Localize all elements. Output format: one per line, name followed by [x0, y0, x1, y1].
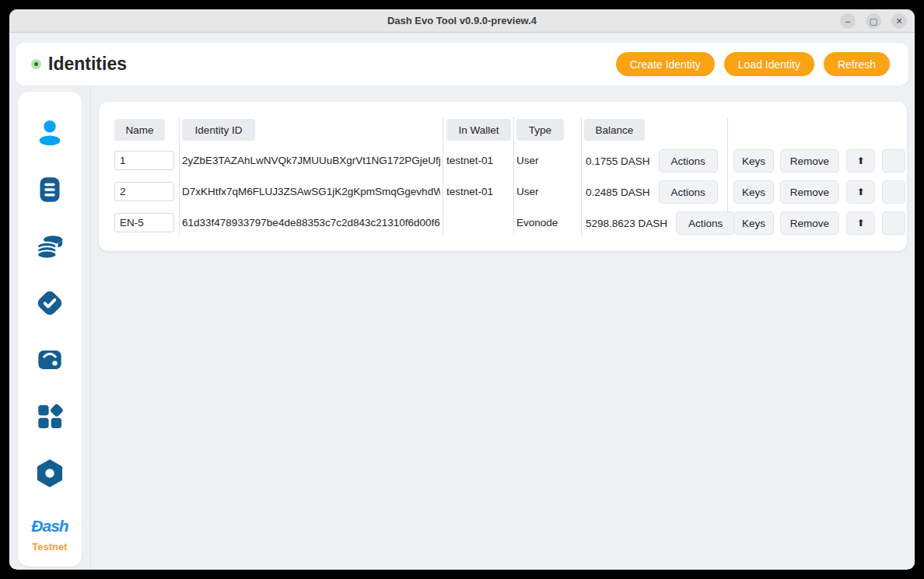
- actions-button[interactable]: Actions: [676, 211, 735, 235]
- balance-cell: 0.2485 DASH: [586, 187, 650, 198]
- load-identity-button[interactable]: Load Identity: [724, 52, 814, 76]
- sidebar-item-identities[interactable]: [33, 116, 67, 150]
- table-row: D7xKHtfx7qM6FLUJ3ZSAwSG1jK2gKpmSmqGgevhd…: [99, 180, 907, 204]
- status-dot-icon: [31, 59, 41, 69]
- balance-cell: 0.1755 DASH: [586, 155, 650, 167]
- create-identity-button[interactable]: Create Identity: [616, 52, 715, 76]
- maximize-button[interactable]: ▢: [866, 13, 881, 29]
- header-in-wallet[interactable]: In Wallet: [446, 119, 511, 141]
- in-wallet-cell: [446, 211, 512, 235]
- sidebar-rail: Ðash Testnet: [9, 85, 91, 569]
- remove-button[interactable]: Remove: [780, 211, 839, 235]
- row-action-partial-button[interactable]: [882, 211, 905, 235]
- main-area: Name Identity ID In Wallet Type Balance …: [91, 85, 915, 569]
- identity-id-cell: 2yZbE3TAZAhLwNVQk7JMUUuBXgrVt1NG172PGjeU…: [182, 149, 440, 173]
- in-wallet-cell: testnet-01: [446, 180, 512, 204]
- type-cell: Evonode: [516, 211, 579, 235]
- coins-icon: [33, 231, 66, 262]
- check-badge-icon: [33, 287, 66, 319]
- header-balance[interactable]: Balance: [584, 119, 645, 141]
- balance-cell: 5298.8623 DASH: [586, 218, 667, 229]
- balance-group: 5298.8623 DASH Actions: [586, 211, 727, 235]
- keys-button[interactable]: Keys: [733, 149, 774, 173]
- keys-button[interactable]: Keys: [733, 180, 774, 204]
- sidebar-item-wallet[interactable]: [33, 343, 67, 377]
- in-wallet-cell: testnet-01: [446, 149, 512, 173]
- header-wrap: Identities Create Identity Load Identity…: [9, 33, 915, 85]
- identity-id-cell: D7xKHtfx7qM6FLUJ3ZSAwSG1jK2gKpmSmqGgevhd…: [182, 180, 440, 204]
- remove-button[interactable]: Remove: [780, 180, 839, 204]
- minimize-button[interactable]: –: [840, 13, 856, 29]
- type-cell: User: [516, 149, 579, 173]
- move-up-button[interactable]: ⬆: [846, 211, 875, 235]
- hexagon-nut-icon: [33, 457, 66, 490]
- name-input[interactable]: [114, 182, 174, 201]
- header-buttons: Create Identity Load Identity Refresh: [616, 52, 890, 76]
- header-identity-id[interactable]: Identity ID: [182, 119, 255, 141]
- dash-logo: Ðash: [31, 517, 68, 535]
- apps-grid-icon: [33, 400, 66, 433]
- name-input[interactable]: [114, 151, 174, 170]
- network-label: Testnet: [32, 541, 67, 553]
- title-bar: Dash Evo Tool v0.9.0-preview.4 – ▢ ✕: [9, 9, 915, 33]
- sidebar-item-apps[interactable]: [33, 399, 67, 434]
- header-name[interactable]: Name: [114, 119, 165, 141]
- wallet-icon: [33, 344, 66, 375]
- balance-group: 0.2485 DASH Actions: [586, 180, 727, 204]
- actions-button[interactable]: Actions: [659, 180, 718, 204]
- app-window: Dash Evo Tool v0.9.0-preview.4 – ▢ ✕ Ide…: [9, 9, 915, 570]
- keys-button[interactable]: Keys: [733, 211, 774, 235]
- type-cell: User: [516, 180, 579, 204]
- document-icon: [34, 174, 65, 205]
- content-area: Ðash Testnet Name Identity ID In Wallet …: [9, 85, 915, 569]
- move-up-button[interactable]: ⬆: [846, 180, 875, 204]
- name-input[interactable]: [114, 213, 174, 232]
- page-title: Identities: [48, 54, 127, 75]
- user-icon: [33, 117, 66, 149]
- sidebar-item-tokens[interactable]: [33, 229, 67, 263]
- identities-table: Name Identity ID In Wallet Type Balance …: [99, 102, 907, 251]
- row-action-partial-button[interactable]: [882, 180, 905, 204]
- table-row: 2yZbE3TAZAhLwNVQk7JMUUuBXgrVt1NG172PGjeU…: [99, 149, 907, 173]
- identity-id-cell: 61d33f478933797be4de88353c7c2d843c21310f…: [182, 211, 440, 235]
- sidebar-item-verified[interactable]: [33, 286, 67, 320]
- logo-block: Ðash Testnet: [31, 517, 68, 553]
- window-title: Dash Evo Tool v0.9.0-preview.4: [387, 15, 537, 26]
- table-row: 61d33f478933797be4de88353c7c2d843c21310f…: [99, 211, 907, 235]
- header-type[interactable]: Type: [516, 119, 564, 141]
- sidebar-item-contracts[interactable]: [33, 173, 67, 207]
- row-action-partial-button[interactable]: [882, 149, 905, 173]
- move-up-button[interactable]: ⬆: [846, 149, 875, 173]
- remove-button[interactable]: Remove: [780, 149, 839, 173]
- header-card: Identities Create Identity Load Identity…: [16, 43, 908, 85]
- sidebar: Ðash Testnet: [18, 92, 82, 567]
- balance-group: 0.1755 DASH Actions: [586, 149, 727, 173]
- window-controls: – ▢ ✕: [840, 13, 907, 29]
- sidebar-item-tools[interactable]: [33, 456, 67, 490]
- actions-button[interactable]: Actions: [659, 149, 718, 173]
- close-button[interactable]: ✕: [891, 13, 907, 29]
- refresh-button[interactable]: Refresh: [824, 52, 890, 76]
